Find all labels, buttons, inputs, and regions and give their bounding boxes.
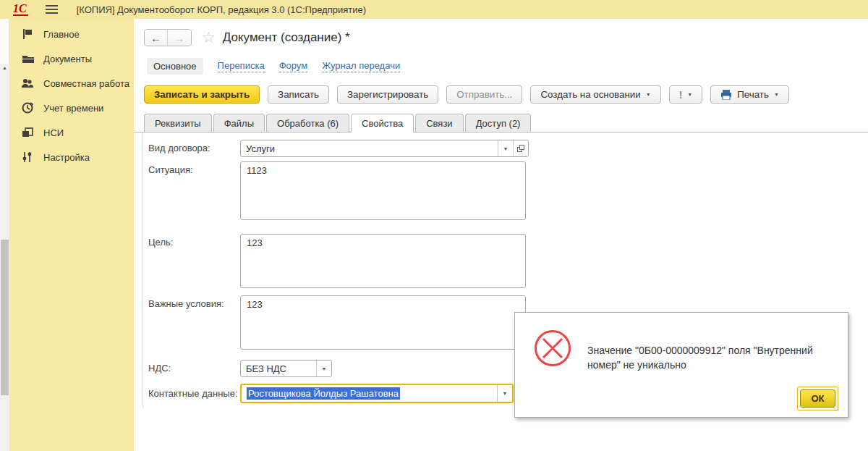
goal-label: Цель: [148, 234, 240, 288]
important-terms-label: Важные условия: [148, 295, 240, 350]
favorite-star-icon[interactable]: ☆ [202, 29, 216, 46]
printer-icon [720, 90, 732, 100]
register-button[interactable]: Зарегистрировать [337, 85, 438, 104]
contract-type-value[interactable]: Услуги [241, 140, 498, 156]
create-based-on-button[interactable]: Создать на основании ▼ [530, 85, 660, 104]
folder-icon [21, 52, 34, 65]
page-title: Документ (создание) * [223, 30, 350, 45]
sliders-icon [21, 151, 34, 164]
sidebar-item-settings[interactable]: Настройка [9, 145, 134, 169]
send-button[interactable]: Отправить... [446, 85, 522, 104]
sidebar-item-main[interactable]: Главное [9, 22, 134, 46]
goal-textarea[interactable]: 123 [240, 234, 526, 288]
chevron-down-icon: ▼ [646, 92, 651, 97]
scroll-up-arrow-icon[interactable]: ▲ [0, 64, 9, 72]
print-label: Печать [737, 89, 769, 100]
window-titlebar: 1С [КОПИЯ] Документооборот КОРП, редакци… [0, 0, 868, 19]
chevron-down-icon: ▼ [503, 146, 509, 151]
vat-combo[interactable]: БЕЗ НДС ▼ [240, 360, 332, 377]
chevron-down-icon: ▼ [322, 366, 327, 371]
sidebar-item-time-tracking[interactable]: Учет времени [9, 96, 134, 120]
sidebar-item-label: Совместная работа [43, 78, 129, 89]
save-button[interactable]: Записать [268, 85, 329, 104]
contract-type-dropdown-button[interactable]: ▼ [498, 140, 513, 156]
contract-type-open-button[interactable] [513, 140, 528, 156]
tab-links[interactable]: Связи [415, 114, 463, 132]
contract-type-combo[interactable]: Услуги ▼ [240, 140, 529, 157]
vat-dropdown-button[interactable]: ▼ [316, 361, 331, 376]
sidebar-item-label: Документы [43, 54, 92, 64]
layers-icon [21, 126, 34, 139]
importance-button[interactable]: ! ▼ [669, 85, 703, 104]
sidebar-item-label: НСИ [43, 127, 64, 138]
situation-label: Ситуация: [148, 161, 240, 220]
toolbar: Записать и закрыть Записать Зарегистриро… [134, 75, 868, 104]
chevron-down-icon: ▼ [503, 391, 508, 396]
contract-type-label: Вид договора: [148, 140, 240, 157]
sidebar: Главное Документы Совместная работа Учет… [9, 19, 134, 451]
window-title: [КОПИЯ] Документооборот КОРП, редакция 3… [77, 4, 366, 15]
history-nav: ← → [144, 29, 192, 46]
sidebar-item-collaboration[interactable]: Совместная работа [9, 71, 134, 96]
contact-data-combo[interactable]: Ростовщикова Йолдыз Рашатовна ▼ [240, 384, 514, 403]
sidebar-item-label: Настройка [43, 152, 90, 163]
people-icon [21, 77, 34, 90]
situation-textarea[interactable]: 1123 [240, 161, 526, 220]
tab-access[interactable]: Доступ (2) [465, 114, 532, 132]
error-message: Значение "0Б00-0000009912" поля "Внутрен… [587, 343, 842, 373]
vat-label: НДС: [148, 360, 240, 377]
sidebar-item-label: Учет времени [43, 103, 103, 114]
error-icon [534, 329, 571, 367]
nav-link-correspondence[interactable]: Переписка [218, 60, 265, 72]
ok-button[interactable]: ОК [800, 389, 835, 408]
tab-properties[interactable]: Свойства [351, 114, 414, 132]
left-scrollbar[interactable]: ▲ [0, 19, 9, 451]
sidebar-item-nsi[interactable]: НСИ [9, 120, 134, 145]
flag-icon [21, 28, 34, 41]
tabstrip: Реквизиты Файлы Обработка (6) Свойства С… [134, 104, 868, 132]
tab-rekvizity[interactable]: Реквизиты [144, 114, 212, 132]
nav-link-transfer-log[interactable]: Журнал передачи [322, 60, 400, 72]
open-icon [517, 145, 524, 152]
tab-processing[interactable]: Обработка (6) [266, 114, 349, 132]
scrollbar-track-top [0, 19, 9, 64]
contact-data-dropdown-button[interactable]: ▼ [497, 385, 512, 402]
main-content: ← → ☆ Документ (создание) * Основное Пер… [134, 19, 868, 451]
important-terms-textarea[interactable]: 123 [240, 295, 526, 350]
error-dialog: Значение "0Б00-0000009912" поля "Внутрен… [514, 312, 848, 418]
save-and-close-button[interactable]: Записать и закрыть [144, 85, 260, 104]
vat-value[interactable]: БЕЗ НДС [241, 361, 316, 376]
nav-links: Основное Переписка Форум Журнал передачи [134, 46, 868, 75]
sidebar-item-documents[interactable]: Документы [9, 46, 134, 71]
contact-data-value[interactable]: Ростовщикова Йолдыз Рашатовна [242, 385, 497, 402]
selected-text: Ростовщикова Йолдыз Рашатовна [247, 387, 400, 400]
forward-button[interactable]: → [168, 30, 191, 46]
main-menu-icon[interactable] [46, 5, 58, 14]
nav-link-main[interactable]: Основное [147, 58, 203, 75]
1c-logo-icon: 1С [13, 3, 28, 16]
clock-icon [21, 101, 34, 114]
scrollbar-thumb[interactable] [1, 240, 9, 395]
chevron-down-icon: ▼ [687, 92, 692, 97]
print-button[interactable]: Печать ▼ [710, 85, 789, 104]
create-based-on-label: Создать на основании [540, 89, 640, 100]
nav-link-forum[interactable]: Форум [279, 60, 308, 72]
ok-button-focus-ring: ОК [797, 387, 838, 410]
exclamation-icon: ! [679, 89, 683, 101]
tab-files[interactable]: Файлы [213, 114, 265, 132]
sidebar-item-label: Главное [43, 29, 80, 40]
back-button[interactable]: ← [145, 30, 168, 46]
chevron-down-icon: ▼ [774, 92, 779, 97]
contact-data-label: Контактные данные: [148, 384, 240, 403]
